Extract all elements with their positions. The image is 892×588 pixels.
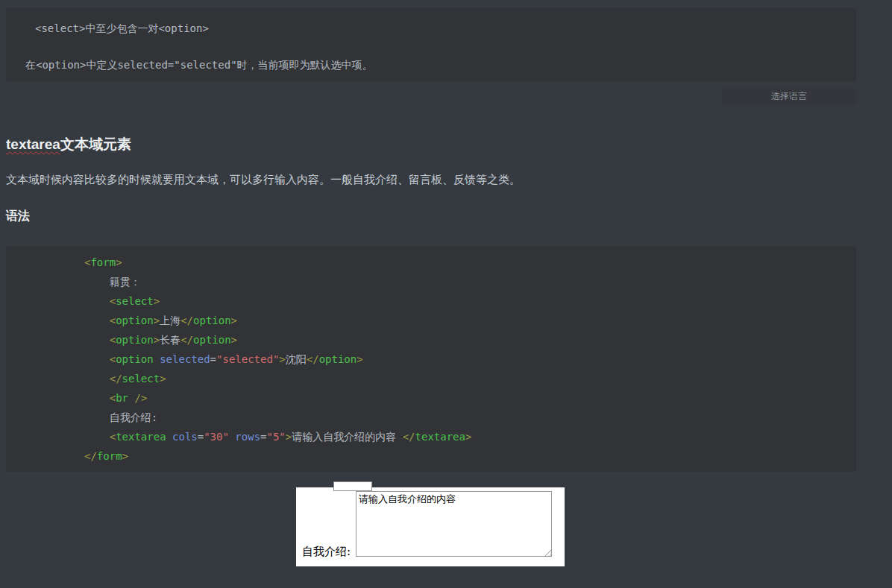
- code-line: <br />: [84, 388, 856, 408]
- code-block: <form> 籍贯： <select> <option>上海</option> …: [6, 246, 856, 472]
- select-language-button[interactable]: 选择语言: [722, 87, 856, 105]
- page-title: textarea文本域元素: [6, 135, 131, 154]
- code-lines: <form> 籍贯： <select> <option>上海</option> …: [84, 253, 856, 466]
- code-line: 自我介绍:: [84, 408, 856, 427]
- code-line: </select>: [84, 369, 856, 388]
- code-line: <textarea cols="30" rows="5">请输入自我介绍的内容 …: [84, 427, 856, 446]
- preview-textarea[interactable]: 请输入自我介绍的内容: [356, 491, 552, 557]
- code-line: <form>: [84, 253, 856, 272]
- code-line: <option>长春</option>: [84, 330, 856, 350]
- code-line: 籍贯：: [84, 272, 856, 291]
- result-preview: 请输入自我介绍的内容 自我介绍:: [296, 487, 565, 566]
- note-line-2: 在<option>中定义selected="selected"时，当前项即为默认…: [25, 59, 373, 71]
- page-title-rest: 文本域元素: [60, 136, 131, 152]
- preview-label: 自我介绍:: [302, 545, 351, 559]
- intro-paragraph: 文本域时候内容比较多的时候就要用文本域，可以多行输入内容。一般自我介绍、留言板、…: [6, 173, 521, 187]
- code-line: <option selected="selected">沈阳</option>: [84, 350, 856, 369]
- code-line: <select>: [84, 291, 856, 311]
- code-line: </form>: [84, 446, 856, 466]
- syntax-heading: 语法: [6, 209, 30, 224]
- note-code-block: <select>中至少包含一对<option> 在<option>中定义sele…: [6, 8, 856, 82]
- note-line-1: <select>中至少包含一对<option>: [35, 22, 209, 34]
- code-line: <option>上海</option>: [84, 311, 856, 330]
- preview-select-dropdown[interactable]: [333, 481, 372, 491]
- page-title-highlight: textarea: [6, 136, 60, 152]
